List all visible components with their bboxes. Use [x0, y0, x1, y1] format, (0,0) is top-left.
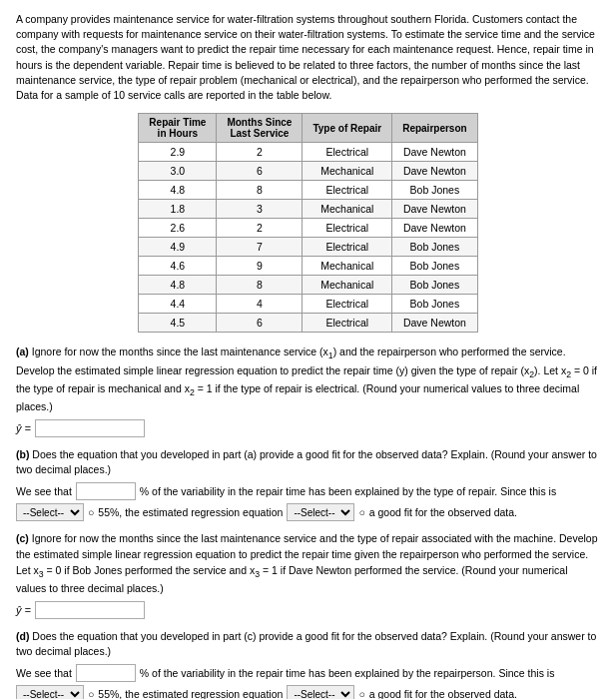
section-a-answer-row: ŷ = — [16, 419, 600, 437]
section-d-label: (d) — [16, 630, 29, 642]
table-cell: 4.8 — [139, 181, 217, 200]
section-c: (c) Ignore for now the months since the … — [16, 531, 600, 618]
table-row: 1.83MechanicalDave Newton — [139, 200, 477, 219]
table-cell: 2.9 — [139, 143, 217, 162]
table-cell: Mechanical — [303, 257, 392, 276]
yhat-input-a[interactable] — [35, 419, 145, 437]
data-table: Repair Timein Hours Months SinceLast Ser… — [138, 113, 477, 333]
table-cell: Electrical — [303, 181, 392, 200]
select-d1[interactable]: --Select-- ≥ < — [16, 685, 84, 699]
section-c-text: (c) Ignore for now the months since the … — [16, 531, 600, 596]
table-cell: 8 — [217, 276, 303, 295]
section-a-label: (a) — [16, 346, 29, 357]
table-row: 4.88ElectricalBob Jones — [139, 181, 477, 200]
table-cell: 2 — [217, 219, 303, 238]
yhat-label-c: ŷ = — [16, 604, 31, 616]
table-row: 3.06MechanicalDave Newton — [139, 162, 477, 181]
we-see-label-b: We see that — [16, 485, 72, 497]
radio-b1: ○ — [88, 506, 94, 518]
table-cell: Dave Newton — [392, 143, 477, 162]
section-d-text: (d) Does the equation that you developed… — [16, 629, 600, 661]
section-b-text: (b) Does the equation that you developed… — [16, 447, 600, 479]
section-d-we-see-row: We see that % of the variability in the … — [16, 664, 600, 682]
table-row: 4.88MechanicalBob Jones — [139, 276, 477, 295]
table-row: 4.97ElectricalBob Jones — [139, 238, 477, 257]
select-b1[interactable]: --Select-- ≥ < — [16, 503, 84, 521]
conclusion-text-b: a good fit for the observed data. — [369, 506, 517, 518]
table-cell: 4 — [217, 295, 303, 314]
table-cell: 2 — [217, 143, 303, 162]
percent-variability-text-b: % of the variability in the repair time … — [140, 485, 556, 497]
section-c-answer-row: ŷ = — [16, 601, 600, 619]
percent-input-b[interactable] — [76, 482, 136, 500]
table-cell: Bob Jones — [392, 295, 477, 314]
col-header-repair-time: Repair Timein Hours — [139, 114, 217, 143]
table-cell: 6 — [217, 314, 303, 333]
section-b: (b) Does the equation that you developed… — [16, 447, 600, 522]
table-cell: Mechanical — [303, 200, 392, 219]
table-cell: Bob Jones — [392, 181, 477, 200]
col-header-months: Months SinceLast Service — [217, 114, 303, 143]
table-cell: Electrical — [303, 219, 392, 238]
section-a-text: (a) Ignore for now the months since the … — [16, 345, 600, 414]
section-c-label: (c) — [16, 532, 29, 544]
select-d2[interactable]: --Select-- is is not — [287, 685, 354, 699]
yhat-label-a: ŷ = — [16, 422, 31, 434]
section-a: (a) Ignore for now the months since the … — [16, 345, 600, 436]
radio-b2: ○ — [358, 506, 364, 518]
table-cell: 2.6 — [139, 219, 217, 238]
table-cell: Mechanical — [303, 276, 392, 295]
conclusion-text-d: a good fit for the observed data. — [369, 688, 517, 699]
radio-d2: ○ — [358, 688, 364, 699]
table-cell: 4.4 — [139, 295, 217, 314]
table-cell: 9 — [217, 257, 303, 276]
radio-d1: ○ — [88, 688, 94, 699]
table-cell: Dave Newton — [392, 200, 477, 219]
table-cell: Electrical — [303, 314, 392, 333]
table-cell: 1.8 — [139, 200, 217, 219]
table-row: 2.92ElectricalDave Newton — [139, 143, 477, 162]
threshold-text-b: 55%, the estimated regression equation — [98, 506, 283, 518]
table-cell: Electrical — [303, 143, 392, 162]
intro-paragraph: A company provides maintenance service f… — [16, 12, 600, 103]
table-cell: 4.5 — [139, 314, 217, 333]
section-d: (d) Does the equation that you developed… — [16, 629, 600, 699]
col-header-repairperson: Repairperson — [392, 114, 477, 143]
table-cell: 3 — [217, 200, 303, 219]
col-header-type: Type of Repair — [303, 114, 392, 143]
percent-input-d[interactable] — [76, 664, 136, 682]
data-table-container: Repair Timein Hours Months SinceLast Ser… — [16, 113, 600, 333]
table-cell: 4.8 — [139, 276, 217, 295]
table-row: 2.62ElectricalDave Newton — [139, 219, 477, 238]
section-b-we-see-row: We see that % of the variability in the … — [16, 482, 600, 500]
table-cell: Dave Newton — [392, 314, 477, 333]
table-cell: 3.0 — [139, 162, 217, 181]
we-see-label-d: We see that — [16, 667, 72, 679]
table-row: 4.56ElectricalDave Newton — [139, 314, 477, 333]
yhat-input-c[interactable] — [35, 601, 145, 619]
table-cell: 4.9 — [139, 238, 217, 257]
table-cell: Electrical — [303, 295, 392, 314]
section-b-conclusion-row: --Select-- ≥ < ○ 55%, the estimated regr… — [16, 503, 600, 521]
table-cell: Mechanical — [303, 162, 392, 181]
table-cell: Dave Newton — [392, 162, 477, 181]
table-cell: 7 — [217, 238, 303, 257]
section-d-conclusion-row: --Select-- ≥ < ○ 55%, the estimated regr… — [16, 685, 600, 699]
threshold-text-d: 55%, the estimated regression equation — [98, 688, 283, 699]
table-row: 4.44ElectricalBob Jones — [139, 295, 477, 314]
table-cell: Dave Newton — [392, 219, 477, 238]
section-b-label: (b) — [16, 448, 29, 460]
table-row: 4.69MechanicalBob Jones — [139, 257, 477, 276]
table-cell: Electrical — [303, 238, 392, 257]
percent-variability-text-d: % of the variability in the repair time … — [140, 667, 555, 679]
table-cell: 6 — [217, 162, 303, 181]
table-cell: Bob Jones — [392, 257, 477, 276]
table-cell: Bob Jones — [392, 276, 477, 295]
select-b2[interactable]: --Select-- is is not — [287, 503, 354, 521]
table-cell: 4.6 — [139, 257, 217, 276]
table-cell: 8 — [217, 181, 303, 200]
table-cell: Bob Jones — [392, 238, 477, 257]
